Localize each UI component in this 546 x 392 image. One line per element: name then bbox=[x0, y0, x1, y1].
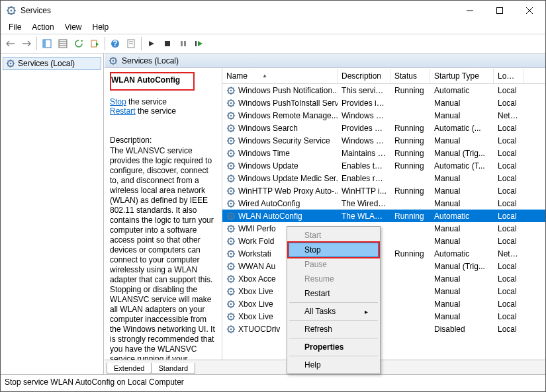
ctx-properties[interactable]: Properties bbox=[289, 340, 379, 354]
pause-service-button[interactable] bbox=[176, 36, 191, 51]
gear-icon bbox=[226, 174, 236, 183]
menu-help[interactable]: Help bbox=[87, 21, 114, 33]
title-bar: Services bbox=[1, 1, 545, 20]
service-row[interactable]: Windows SearchProvides co...RunningAutom… bbox=[222, 122, 545, 134]
refresh-button[interactable] bbox=[71, 36, 86, 51]
gear-icon bbox=[226, 98, 236, 108]
gear-icon bbox=[226, 274, 236, 284]
service-row[interactable]: Windows Remote Manage...Windows R...Manu… bbox=[222, 109, 545, 122]
ctx-stop[interactable]: Stop bbox=[289, 243, 379, 257]
service-row[interactable]: Windows Update Medic Ser...Enables rem..… bbox=[222, 172, 545, 184]
ctx-resume: Resume bbox=[289, 272, 379, 286]
export-list-button[interactable] bbox=[87, 36, 102, 51]
gear-icon bbox=[226, 224, 236, 233]
gear-icon bbox=[226, 312, 236, 321]
gear-icon bbox=[109, 56, 118, 65]
restart-link[interactable]: Restart bbox=[110, 106, 136, 116]
start-service-button[interactable] bbox=[144, 36, 159, 51]
service-row[interactable]: Xbox Livevice ...ManualLocal bbox=[222, 310, 545, 323]
ctx-all-tasks[interactable]: All Tasks bbox=[289, 304, 379, 319]
gear-icon bbox=[226, 237, 236, 246]
tab-standard[interactable]: Standard bbox=[151, 363, 195, 374]
gear-icon bbox=[226, 199, 236, 208]
svg-rect-12 bbox=[91, 40, 97, 47]
gear-icon bbox=[226, 161, 236, 171]
service-row[interactable]: WLAN AutoConfigThe WLANS...RunningAutoma… bbox=[222, 210, 545, 222]
selected-service-name: WLAN AutoConfig bbox=[111, 74, 180, 89]
service-row[interactable]: WWAN Auvice ...Manual (Trig...Local bbox=[222, 260, 545, 272]
service-row[interactable]: XTUOCDrivDisabledLocal bbox=[222, 323, 545, 335]
svg-rect-18 bbox=[165, 41, 170, 46]
gear-icon bbox=[6, 59, 15, 68]
service-row[interactable]: WinHTTP Web Proxy Auto-...WinHTTP i...Ru… bbox=[222, 184, 545, 197]
svg-text:?: ? bbox=[113, 39, 117, 48]
gear-icon bbox=[226, 111, 236, 120]
gear-icon bbox=[226, 186, 236, 196]
service-row[interactable]: Windows UpdateEnables the ...RunningAuto… bbox=[222, 159, 545, 172]
service-row[interactable]: Windows TimeMaintains d...RunningManual … bbox=[222, 147, 545, 159]
gear-icon bbox=[226, 124, 236, 133]
col-startup[interactable]: Startup Type bbox=[430, 69, 494, 83]
menu-view[interactable]: View bbox=[60, 21, 87, 33]
restart-service-button[interactable] bbox=[192, 36, 206, 51]
ctx-start: Start bbox=[289, 228, 379, 243]
service-row[interactable]: Workstatind...RunningAutomaticNetwo bbox=[222, 247, 545, 260]
service-row[interactable]: Xbox Lives au...ManualLocal bbox=[222, 285, 545, 297]
help-button[interactable]: ? bbox=[108, 36, 122, 51]
description-label: Description: bbox=[110, 136, 216, 145]
svg-rect-7 bbox=[43, 40, 46, 48]
stop-service-button[interactable] bbox=[160, 36, 175, 51]
close-button[interactable] bbox=[514, 1, 544, 20]
menu-bar: File Action View Help bbox=[1, 20, 545, 34]
window-title: Services bbox=[21, 6, 455, 15]
console-tree[interactable]: Services (Local) bbox=[1, 54, 104, 374]
service-row[interactable]: Wired AutoConfigThe Wired A...ManualLoca… bbox=[222, 197, 545, 210]
col-status[interactable]: Status bbox=[390, 69, 430, 83]
gear-icon bbox=[226, 299, 236, 309]
svg-rect-21 bbox=[195, 41, 197, 46]
ctx-help[interactable]: Help bbox=[289, 358, 379, 372]
col-logon[interactable]: Log O bbox=[494, 69, 523, 83]
service-row[interactable]: WMI Perfos pe...ManualLocal bbox=[222, 222, 545, 235]
service-row[interactable]: Xbox Accevice ...ManualLocal bbox=[222, 272, 545, 285]
ctx-restart[interactable]: Restart bbox=[289, 286, 379, 301]
service-list[interactable]: Name▲ Description Status Startup Type Lo… bbox=[222, 68, 545, 360]
status-text: Stop service WLAN AutoConfig on Local Co… bbox=[5, 377, 184, 387]
service-row[interactable]: Windows Security ServiceWindows Se...Run… bbox=[222, 134, 545, 147]
list-header: Name▲ Description Status Startup Type Lo… bbox=[222, 68, 545, 84]
service-row[interactable]: Work Foldvice ...ManualLocal bbox=[222, 235, 545, 247]
svg-rect-20 bbox=[184, 41, 186, 46]
stop-link[interactable]: Stop bbox=[110, 97, 126, 106]
col-description[interactable]: Description bbox=[338, 69, 390, 83]
service-row[interactable]: Xbox Livevice ...ManualLocal bbox=[222, 297, 545, 310]
svg-rect-19 bbox=[181, 41, 183, 46]
ctx-pause: Pause bbox=[289, 257, 379, 272]
col-name[interactable]: Name▲ bbox=[222, 69, 338, 83]
minimize-button[interactable] bbox=[455, 1, 484, 20]
show-hide-tree-button[interactable] bbox=[40, 36, 54, 51]
gear-icon bbox=[226, 262, 236, 271]
pane-header: Services (Local) bbox=[105, 54, 545, 68]
properties-button[interactable] bbox=[124, 36, 138, 51]
gear-icon bbox=[226, 249, 236, 258]
pane-title: Services (Local) bbox=[122, 56, 179, 65]
toolbar: ? bbox=[1, 34, 545, 54]
status-bar: Stop service WLAN AutoConfig on Local Co… bbox=[1, 374, 545, 389]
gear-icon bbox=[226, 86, 236, 95]
gear-icon bbox=[226, 287, 236, 296]
ctx-refresh[interactable]: Refresh bbox=[289, 322, 379, 336]
back-button[interactable] bbox=[3, 36, 18, 51]
menu-action[interactable]: Action bbox=[26, 21, 59, 33]
gear-icon bbox=[226, 136, 236, 145]
service-row[interactable]: Windows Push Notification...This service… bbox=[222, 84, 545, 97]
highlight-service-name: WLAN AutoConfig bbox=[110, 72, 195, 91]
maximize-button[interactable] bbox=[484, 1, 514, 20]
export-button[interactable] bbox=[56, 36, 70, 51]
forward-button[interactable] bbox=[19, 36, 34, 51]
tree-node-services-local[interactable]: Services (Local) bbox=[3, 57, 101, 70]
menu-file[interactable]: File bbox=[3, 21, 26, 33]
svg-rect-3 bbox=[496, 8, 502, 14]
gear-icon bbox=[226, 212, 236, 221]
tab-extended[interactable]: Extended bbox=[107, 363, 152, 374]
service-row[interactable]: Windows PushToInstall Serv...Provides in… bbox=[222, 97, 545, 109]
